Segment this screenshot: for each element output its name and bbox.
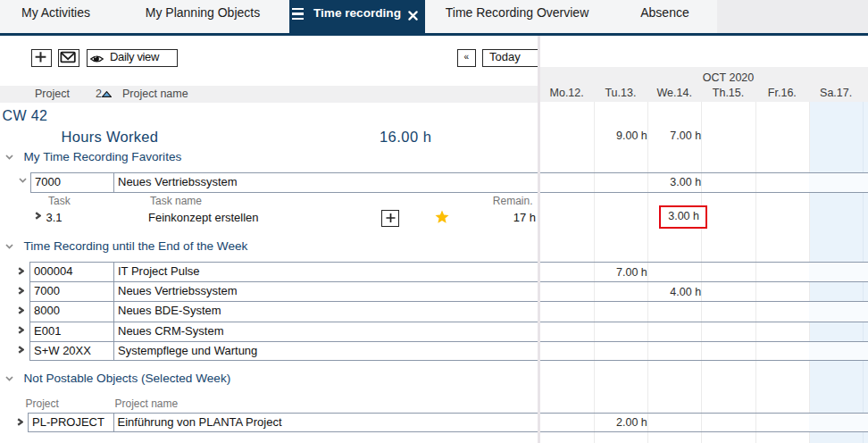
grid-row bbox=[540, 262, 868, 281]
add-time-entry-button[interactable] bbox=[381, 210, 399, 227]
grid-row bbox=[540, 322, 868, 341]
hours-cell[interactable]: 2.00 h bbox=[594, 416, 647, 429]
calendar-week-title: CW 42 bbox=[3, 108, 48, 124]
tab-absence[interactable]: Absence bbox=[609, 0, 721, 33]
expand-task-icon[interactable] bbox=[35, 212, 41, 220]
favorite-project-id-cell[interactable]: 7000 bbox=[30, 172, 114, 193]
new-entry-button[interactable] bbox=[31, 49, 52, 67]
grid-row bbox=[540, 413, 868, 432]
favorite-project-grid-row bbox=[540, 172, 868, 193]
column-task: Task bbox=[48, 195, 71, 207]
hours-worked-total: 16.00 h bbox=[296, 129, 432, 146]
project-name-cell[interactable]: Neues BDE-System bbox=[113, 301, 538, 321]
expand-row-icon[interactable] bbox=[18, 287, 24, 295]
favorites-section-title[interactable]: My Time Recording Favorites bbox=[24, 150, 182, 163]
month-label: OCT 2020 bbox=[540, 71, 868, 84]
eye-icon bbox=[90, 54, 104, 63]
weekend-cell bbox=[809, 263, 863, 281]
project-id-cell[interactable]: 7000 bbox=[29, 281, 114, 301]
grid-header: OCT 2020 Mo.12. Tu.13. We.14. Th.15. Fr.… bbox=[540, 67, 868, 102]
grid-row bbox=[540, 301, 868, 321]
tab-my-activities[interactable]: My Activities bbox=[0, 0, 112, 33]
today-button[interactable]: Today bbox=[482, 49, 538, 67]
weekend-cell bbox=[863, 414, 868, 431]
project-id-cell[interactable]: PL-PROJECT bbox=[28, 413, 114, 432]
hours-cell[interactable]: 7.00 h bbox=[647, 130, 701, 142]
collapse-not-postable-icon[interactable] bbox=[5, 376, 13, 381]
day-header: Tu.13. bbox=[594, 87, 647, 99]
weekend-cell bbox=[809, 414, 863, 431]
left-column-header: Project 2 Project name bbox=[0, 86, 538, 103]
project-name-cell[interactable]: Neues CRM-System bbox=[113, 322, 538, 341]
tab-bar-filler bbox=[717, 0, 868, 33]
hours-worked-label: Hours Worked bbox=[62, 129, 159, 146]
tab-bar: My Activities My Planning Objects Time R… bbox=[0, 0, 868, 33]
column-project-sub: Project bbox=[26, 397, 59, 410]
expand-row-icon[interactable] bbox=[18, 346, 24, 354]
hours-cell[interactable]: 4.00 h bbox=[647, 286, 701, 298]
favorite-project-name-cell[interactable]: Neues Vertriebssystem bbox=[113, 172, 538, 193]
tab-time-recording-overview[interactable]: Time Recording Overview bbox=[425, 0, 609, 33]
tab-time-recording-label: Time recording bbox=[313, 0, 401, 32]
day-header: Th.15. bbox=[701, 87, 755, 99]
weekend-cell bbox=[809, 342, 863, 360]
sort-ascending-icon[interactable] bbox=[102, 91, 112, 97]
selected-hours-value: 3.00 h bbox=[661, 210, 699, 222]
weekend-cell bbox=[863, 263, 868, 281]
hours-cell[interactable]: 7.00 h bbox=[594, 266, 647, 279]
weekend-cell bbox=[809, 173, 863, 192]
project-id-cell[interactable]: E001 bbox=[29, 322, 114, 341]
expand-row-icon[interactable] bbox=[18, 326, 24, 334]
project-id-cell[interactable]: 000004 bbox=[29, 262, 114, 281]
day-header: We.14. bbox=[647, 87, 701, 99]
grid-row bbox=[540, 281, 868, 301]
selected-hours-cell[interactable]: 3.00 h bbox=[659, 205, 707, 229]
column-project-name-sub: Project name bbox=[115, 397, 179, 410]
day-header: Fr.16. bbox=[755, 87, 809, 99]
project-name-cell[interactable]: IT Project Pulse bbox=[113, 262, 538, 281]
column-remaining: Remain. bbox=[406, 195, 533, 207]
expand-row-icon[interactable] bbox=[17, 418, 23, 426]
project-name-cell[interactable]: Systempflege und Wartung bbox=[113, 341, 538, 361]
task-id[interactable]: 3.1 bbox=[46, 211, 63, 224]
view-mode-label: Daily view bbox=[110, 50, 159, 65]
previous-week-button[interactable]: « bbox=[457, 49, 476, 67]
task-remaining-value: 17 h bbox=[406, 211, 536, 224]
day-header: Sa.17. bbox=[809, 87, 863, 99]
week-grid-panel: OCT 2020 Mo.12. Tu.13. We.14. Th.15. Fr.… bbox=[540, 36, 868, 443]
collapse-favorites-icon[interactable] bbox=[5, 155, 13, 160]
weekend-cell bbox=[863, 342, 868, 360]
close-tab-icon[interactable] bbox=[408, 11, 418, 21]
expand-row-icon[interactable] bbox=[18, 267, 24, 275]
until-eow-section-title[interactable]: Time Recording until the End of the Week bbox=[24, 239, 248, 253]
expand-row-icon[interactable] bbox=[18, 306, 24, 314]
task-name[interactable]: Feinkonzept erstellen bbox=[148, 211, 259, 224]
send-mail-button[interactable] bbox=[58, 49, 79, 67]
not-postable-section-title[interactable]: Not Postable Objects (Selected Week) bbox=[24, 372, 231, 385]
column-project-name[interactable]: Project name bbox=[122, 86, 188, 103]
view-mode-dropdown[interactable]: Daily view bbox=[87, 49, 178, 67]
day-header: Mo.12. bbox=[540, 87, 594, 99]
tab-time-recording[interactable]: Time recording bbox=[289, 0, 425, 36]
project-id-cell[interactable]: S+W 20XX bbox=[29, 341, 114, 361]
collapse-favorite-project-icon[interactable] bbox=[19, 178, 27, 183]
left-panel: Daily view « Today Project 2 Project nam… bbox=[0, 36, 538, 443]
menu-icon[interactable] bbox=[292, 8, 304, 21]
collapse-until-eow-icon[interactable] bbox=[5, 244, 13, 249]
grid-row bbox=[540, 341, 868, 361]
hours-cell[interactable]: 9.00 h bbox=[594, 130, 647, 142]
column-task-name: Task name bbox=[150, 195, 202, 207]
weekend-cell bbox=[863, 173, 868, 192]
hours-cell[interactable]: 3.00 h bbox=[647, 176, 701, 188]
time-recording-app: My Activities My Planning Objects Time R… bbox=[0, 0, 868, 443]
tab-my-planning-objects[interactable]: My Planning Objects bbox=[122, 0, 283, 33]
weekend-cell bbox=[809, 302, 863, 321]
project-id-cell[interactable]: 8000 bbox=[29, 301, 114, 321]
project-name-cell[interactable]: Einführung von PLANTA Project bbox=[113, 413, 538, 432]
project-name-cell[interactable]: Neues Vertriebssystem bbox=[113, 281, 538, 301]
column-project[interactable]: Project bbox=[35, 86, 70, 103]
weekend-cell bbox=[863, 302, 868, 321]
